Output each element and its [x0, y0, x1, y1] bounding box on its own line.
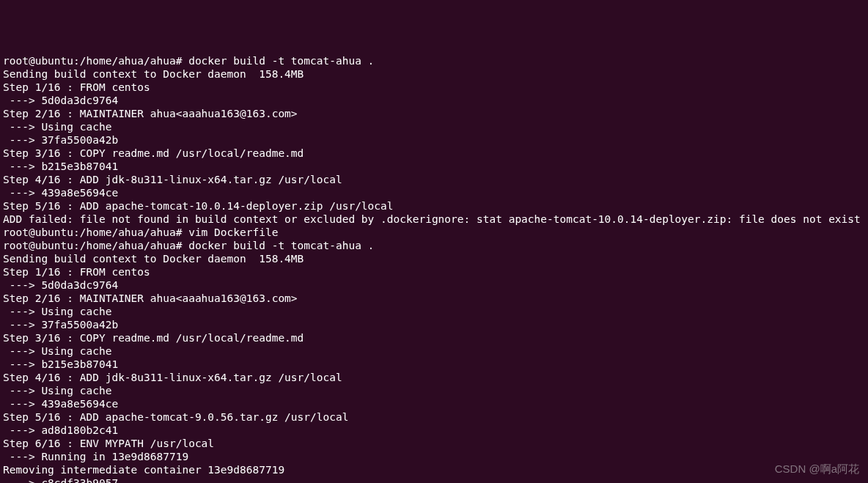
terminal-line: Step 4/16 : ADD jdk-8u311-linux-x64.tar.…	[3, 173, 865, 186]
terminal-line: Sending build context to Docker daemon 1…	[3, 252, 865, 265]
terminal-line: ADD failed: file not found in build cont…	[3, 213, 865, 226]
terminal-line: Step 5/16 : ADD apache-tomcat-9.0.56.tar…	[3, 410, 865, 424]
terminal-line: ---> 37fa5500a42b	[3, 318, 865, 331]
terminal-line: Step 3/16 : COPY readme.md /usr/local/re…	[3, 331, 865, 344]
terminal-line: ---> 439a8e5694ce	[3, 186, 865, 199]
terminal-line: Step 6/16 : ENV MYPATH /usr/local	[3, 437, 865, 450]
terminal-line: Step 3/16 : COPY readme.md /usr/local/re…	[3, 147, 865, 160]
watermark-text: CSDN @啊a阿花	[775, 462, 859, 476]
terminal-line: Step 1/16 : FROM centos	[3, 265, 865, 279]
terminal-line: ---> ad8d180b2c41	[3, 424, 865, 437]
terminal-line: ---> b215e3b87041	[3, 160, 865, 173]
terminal-line: root@ubuntu:/home/ahua/ahua# vim Dockerf…	[3, 226, 865, 239]
terminal-line: ---> b215e3b87041	[3, 358, 865, 371]
terminal-line: Step 4/16 : ADD jdk-8u311-linux-x64.tar.…	[3, 371, 865, 384]
terminal-line: ---> Using cache	[3, 384, 865, 397]
terminal-line: root@ubuntu:/home/ahua/ahua# docker buil…	[3, 239, 865, 252]
terminal-line: ---> 5d0da3dc9764	[3, 94, 865, 107]
terminal-line: ---> Using cache	[3, 120, 865, 133]
terminal-line: ---> Running in 13e9d8687719	[3, 450, 865, 463]
terminal-line: ---> Using cache	[3, 305, 865, 318]
terminal-line: ---> Using cache	[3, 344, 865, 358]
terminal-line: ---> 37fa5500a42b	[3, 133, 865, 147]
terminal-line: Removing intermediate container 13e9d868…	[3, 463, 865, 476]
terminal-line: root@ubuntu:/home/ahua/ahua# docker buil…	[3, 54, 865, 67]
terminal-line: Step 5/16 : ADD apache-tomcat-10.0.14-de…	[3, 199, 865, 213]
terminal-output[interactable]: root@ubuntu:/home/ahua/ahua# docker buil…	[3, 54, 865, 483]
terminal-line: Step 2/16 : MAINTAINER ahua<aaahua163@16…	[3, 292, 865, 305]
terminal-line: ---> 439a8e5694ce	[3, 397, 865, 410]
terminal-line: Sending build context to Docker daemon 1…	[3, 67, 865, 81]
terminal-line: ---> 5d0da3dc9764	[3, 279, 865, 292]
terminal-line: Step 1/16 : FROM centos	[3, 81, 865, 94]
terminal-line: ---> c8cdf33b9057	[3, 476, 865, 483]
terminal-line: Step 2/16 : MAINTAINER ahua<aaahua163@16…	[3, 107, 865, 120]
